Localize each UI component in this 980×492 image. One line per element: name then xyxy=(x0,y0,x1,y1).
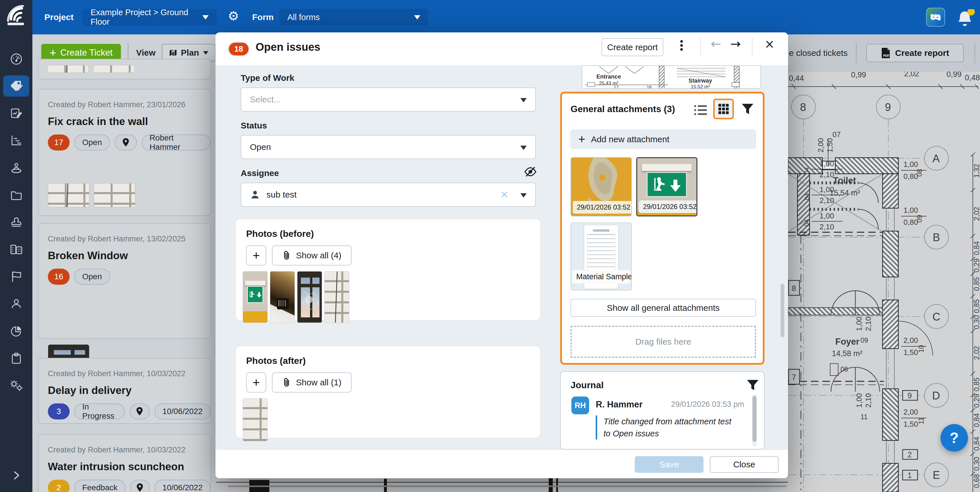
form-dropdown[interactable]: All forms xyxy=(279,9,428,25)
ticket-photo[interactable] xyxy=(93,65,135,73)
sidebar-item-documents[interactable] xyxy=(0,184,32,206)
folder-icon xyxy=(10,188,23,202)
chevron-down-icon xyxy=(520,146,527,150)
form-label: Form xyxy=(252,0,274,34)
sidebar-item-flags[interactable] xyxy=(0,266,32,288)
journal-scrollbar-track[interactable] xyxy=(752,394,757,447)
location-pill[interactable] xyxy=(115,134,137,151)
modal-title: Open issues xyxy=(256,41,320,53)
gear-icon[interactable]: ⚙ xyxy=(228,9,239,23)
grid-view-icon xyxy=(718,103,729,115)
ticket-photo[interactable] xyxy=(47,65,89,73)
ticket-photo[interactable] xyxy=(94,183,135,207)
journal-scrollbar-thumb[interactable] xyxy=(752,396,756,442)
svg-text:2,10: 2,10 xyxy=(819,196,834,205)
save-label: Save xyxy=(659,460,679,469)
svg-text:1,50: 1,50 xyxy=(826,138,834,153)
photo-thumbnail-broken-window[interactable] xyxy=(297,271,322,323)
forward-arrow-icon[interactable]: → xyxy=(730,37,741,51)
filter-icon[interactable] xyxy=(746,379,759,392)
sidebar-item-reports[interactable] xyxy=(0,320,32,342)
show-all-attachments-button[interactable]: Show all general attachments xyxy=(571,299,756,317)
divider xyxy=(975,43,975,63)
add-photo-button[interactable]: + xyxy=(246,245,266,266)
project-label: Project xyxy=(45,0,74,34)
sidebar-item-tasks[interactable] xyxy=(0,347,32,369)
svg-text:0,85: 0,85 xyxy=(972,299,980,313)
show-all-photos-button[interactable]: Show all (1) xyxy=(272,373,352,393)
apps-icon[interactable] xyxy=(926,8,945,27)
bell-icon[interactable] xyxy=(955,9,975,27)
ticket-card[interactable]: Created by Robert Hammer, 13/02/2025 Bro… xyxy=(38,223,211,339)
svg-text:PDF: PDF xyxy=(883,54,889,57)
ticket-assignee-pill: Robert Hammer xyxy=(142,134,211,151)
photo-thumbnail-brick-wall[interactable] xyxy=(325,271,349,323)
clear-icon[interactable]: × xyxy=(500,188,509,201)
modal-kebab-menu[interactable] xyxy=(680,39,683,52)
sidebar-item-dashboard[interactable] xyxy=(0,48,32,70)
type-of-work-select[interactable]: Select... xyxy=(241,88,536,111)
ticket-created: Created by Robert Hammer, 10/03/2022 xyxy=(48,446,211,454)
sidebar-item-approvals[interactable] xyxy=(0,211,32,233)
drag-files-dropzone[interactable]: Drag files here xyxy=(571,326,756,358)
pie-chart-icon xyxy=(10,325,23,338)
tag-icon xyxy=(10,79,23,93)
attachment-photo-peeling-paint[interactable]: 29/01/2026 03:52 pm xyxy=(571,157,632,217)
add-attachment-button[interactable]: + Add new attachment xyxy=(571,130,756,149)
pin-icon xyxy=(136,483,143,492)
svg-text:09: 09 xyxy=(916,215,923,223)
location-pill[interactable] xyxy=(129,403,150,419)
project-dropdown[interactable]: Example Project > Ground Floor xyxy=(83,9,216,25)
app-window: Project Example Project > Ground Floor ⚙… xyxy=(0,0,980,492)
help-button[interactable]: ? xyxy=(940,424,968,452)
sidebar-item-presence[interactable] xyxy=(0,157,32,178)
sidebar-item-companies[interactable] xyxy=(0,239,32,260)
help-label: ? xyxy=(950,429,959,446)
ticket-card[interactable]: Created by Robert Hammer, 10/03/2022 Wat… xyxy=(38,434,211,492)
close-icon[interactable]: × xyxy=(765,37,775,51)
list-view-icon[interactable] xyxy=(694,104,708,116)
grid-view-button-active[interactable] xyxy=(713,99,734,119)
svg-text:2,10: 2,10 xyxy=(819,170,834,179)
back-arrow-icon[interactable]: ← xyxy=(711,37,721,51)
ticket-card[interactable]: Created by Robert Hammer, 23/01/2026 Fix… xyxy=(38,89,211,216)
sidebar-item-settings[interactable] xyxy=(0,375,32,396)
show-all-photos-button[interactable]: Show all (4) xyxy=(272,245,352,266)
closed-tickets-label[interactable]: e closed tickets xyxy=(789,48,848,58)
status-select[interactable]: Open xyxy=(241,135,536,159)
crack xyxy=(67,183,68,207)
save-button-disabled[interactable]: Save xyxy=(635,456,703,473)
sidebar-item-users[interactable] xyxy=(0,293,32,315)
eye-off-icon[interactable] xyxy=(524,166,537,177)
attachment-photo-exit-sign-selected[interactable]: 29/01/2026 03:52 pm xyxy=(636,157,697,217)
modal-create-report-button[interactable]: Create report xyxy=(601,38,663,56)
filter-icon[interactable] xyxy=(741,103,754,115)
location-pill[interactable] xyxy=(130,480,150,492)
close-button[interactable]: Close xyxy=(710,456,778,473)
pin-icon xyxy=(136,407,143,416)
svg-text:2,02: 2,02 xyxy=(904,72,919,78)
svg-text:2,10: 2,10 xyxy=(864,393,873,408)
svg-text:Entrance: Entrance xyxy=(596,73,621,80)
svg-text:1,00: 1,00 xyxy=(855,317,863,331)
photo-thumbnail-toolbox[interactable] xyxy=(270,271,295,323)
photo-thumbnail-exit-sign[interactable] xyxy=(243,271,268,323)
sidebar-item-statistics[interactable] xyxy=(0,130,32,151)
ticket-card[interactable]: Created by Robert Hammer, 10/03/2022 Del… xyxy=(38,358,211,424)
sidebar-collapse-button[interactable] xyxy=(0,465,32,486)
attachment-timestamp: 29/01/2026 03:52 pm xyxy=(639,201,697,213)
ticket-card-partial[interactable] xyxy=(38,59,211,80)
modal-scrollbar-thumb[interactable] xyxy=(781,284,784,337)
sidebar-item-tickets[interactable] xyxy=(0,75,32,97)
ticket-photo[interactable] xyxy=(48,183,89,207)
photo-thumbnail-brick-wall[interactable] xyxy=(243,398,268,441)
assignee-select[interactable]: sub test × xyxy=(241,183,536,207)
plan-preview-card[interactable]: Entrance 25,43 m² Stairway 15,52 m² 17 1… xyxy=(582,65,761,89)
create-report-button[interactable]: PDF Create report xyxy=(866,44,964,62)
attachment-pdf[interactable]: Material Sample.pdf xyxy=(571,223,632,290)
add-photo-button[interactable]: + xyxy=(246,373,266,393)
svg-text:B: B xyxy=(933,231,940,244)
planradar-logo[interactable] xyxy=(0,0,32,34)
sidebar-item-forms[interactable] xyxy=(0,102,32,124)
svg-text:10: 10 xyxy=(917,345,925,353)
